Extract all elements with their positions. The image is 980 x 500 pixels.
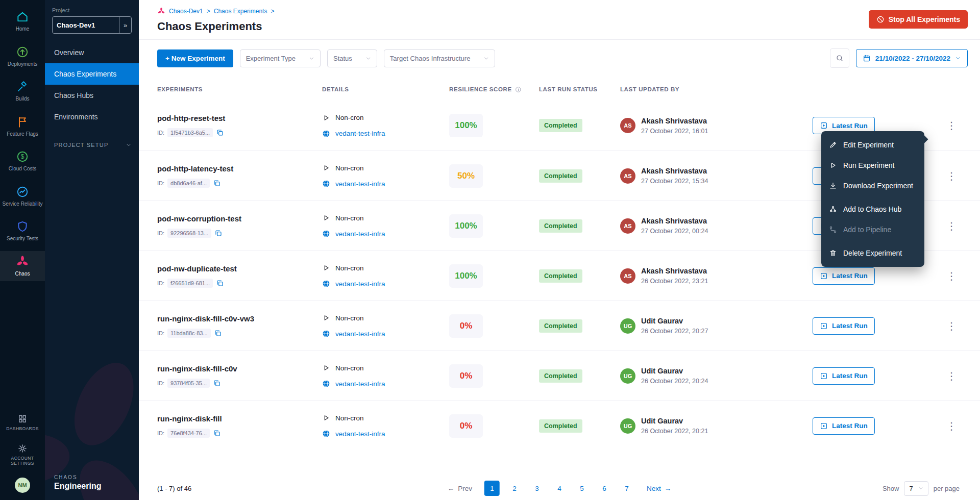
latest-run-label: Latest Run — [832, 122, 868, 130]
home-icon — [16, 10, 29, 23]
page-size-select[interactable]: 7 — [904, 481, 928, 496]
infrastructure-icon — [322, 280, 330, 288]
menu-item-label: Add to Pipeline — [843, 226, 891, 234]
info-icon[interactable] — [515, 86, 522, 93]
experiment-name[interactable]: pod-http-reset-test — [157, 114, 322, 122]
run-history-icon — [820, 322, 828, 330]
table-header: EXPERIMENTS DETAILS RESILIENCE SCORE LAS… — [139, 78, 980, 101]
prev-page-button[interactable]: ← Prev — [448, 485, 472, 492]
user-avatar[interactable]: NM — [15, 478, 30, 493]
filter-experiment-type[interactable]: Experiment Type — [240, 49, 321, 67]
project-setup-toggle[interactable]: PROJECT SETUP — [45, 142, 139, 148]
copy-icon[interactable] — [213, 179, 221, 187]
nav-dashboards[interactable]: DASHBOARDS — [0, 410, 45, 435]
copy-icon[interactable] — [214, 229, 223, 237]
sidebar-footer-small: CHAOS — [54, 474, 130, 480]
kebab-menu-icon[interactable]: ⋮ — [942, 419, 961, 433]
menu-item-download-experiment[interactable]: Download Experiment — [821, 176, 924, 196]
infrastructure-link[interactable]: vedant-test-infra — [335, 330, 385, 338]
latest-run-button[interactable]: Latest Run — [813, 417, 875, 435]
page-button-4[interactable]: 4 — [552, 481, 567, 496]
infrastructure-link[interactable]: vedant-test-infra — [335, 430, 385, 438]
copy-icon[interactable] — [216, 129, 224, 137]
page-button-1[interactable]: 1 — [484, 481, 500, 496]
nav-deployments[interactable]: Deployments — [0, 41, 45, 72]
breadcrumb-project[interactable]: Chaos-Dev1 — [169, 8, 203, 15]
nav-chaos[interactable]: Chaos — [0, 251, 45, 282]
kebab-menu-icon[interactable]: ⋮ — [942, 219, 961, 233]
resilience-score: 100% — [449, 264, 483, 288]
updated-by-date: 27 October 2022, 16:01 — [641, 128, 708, 135]
kebab-menu-icon[interactable]: ⋮ — [942, 269, 961, 283]
nav-builds[interactable]: Builds — [0, 76, 45, 107]
latest-run-button[interactable]: Latest Run — [813, 317, 875, 335]
id-label: ID: — [157, 430, 164, 436]
kebab-menu-icon[interactable]: ⋮ — [942, 169, 961, 183]
menu-item-delete-experiment[interactable]: Delete Experiment — [821, 243, 924, 263]
copy-icon[interactable] — [213, 429, 221, 437]
nav-security-tests[interactable]: Security Tests — [0, 216, 45, 246]
page-button-2[interactable]: 2 — [507, 481, 522, 496]
infrastructure-link[interactable]: vedant-test-infra — [335, 380, 385, 388]
new-experiment-button[interactable]: + New Experiment — [157, 49, 233, 67]
nav-account-settings[interactable]: ACCOUNT SETTINGS — [0, 440, 45, 469]
experiment-name[interactable]: pod-http-latency-test — [157, 164, 322, 173]
infrastructure-link[interactable]: vedant-test-infra — [335, 130, 385, 137]
page-button-7[interactable]: 7 — [619, 481, 634, 496]
search-button[interactable] — [830, 48, 849, 68]
latest-run-label: Latest Run — [832, 272, 868, 280]
copy-icon[interactable] — [216, 279, 224, 287]
run-history-icon — [820, 372, 828, 380]
kebab-menu-icon[interactable]: ⋮ — [942, 118, 961, 133]
page-button-6[interactable]: 6 — [597, 481, 612, 496]
menu-item-run-experiment[interactable]: Run Experiment — [821, 155, 924, 176]
date-range-button[interactable]: 21/10/2022 - 27/10/2022 — [856, 49, 968, 67]
filter-target-infrastructure[interactable]: Target Chaos Infrastructure — [384, 49, 496, 67]
experiment-name[interactable]: run-nginx-disk-fill — [157, 414, 322, 423]
cloud-costs-icon — [16, 150, 29, 163]
column-resilience-score: RESILIENCE SCORE — [449, 86, 539, 93]
schedule-type: Non-cron — [335, 114, 364, 121]
nav-home[interactable]: Home — [0, 6, 45, 37]
updated-by-name: Udit Gaurav — [641, 367, 708, 375]
play-icon — [322, 264, 330, 272]
filter-status[interactable]: Status — [327, 49, 377, 67]
infrastructure-link[interactable]: vedant-test-infra — [335, 280, 385, 288]
experiment-name[interactable]: pod-nw-corruption-test — [157, 214, 322, 223]
infrastructure-link[interactable]: vedant-test-infra — [335, 180, 385, 188]
sidebar-item-environments[interactable]: Environments — [45, 106, 139, 128]
page-button-5[interactable]: 5 — [574, 481, 590, 496]
page-button-3[interactable]: 3 — [529, 481, 545, 496]
sidebar-collapse-icon[interactable]: » — [119, 17, 131, 33]
sidebar-item-chaos-experiments[interactable]: Chaos Experiments — [45, 63, 139, 85]
stop-all-experiments-button[interactable]: Stop All Experiments — [869, 10, 968, 29]
kebab-menu-icon[interactable]: ⋮ — [942, 369, 961, 383]
updated-by-name: Udit Gaurav — [641, 317, 708, 325]
page-title: Chaos Experiments — [157, 20, 968, 33]
menu-item-edit-experiment[interactable]: Edit Experiment — [821, 135, 924, 155]
project-selector[interactable]: Chaos-Dev1 » — [52, 16, 132, 34]
menu-item-add-to-chaos-hub[interactable]: Add to Chaos Hub — [821, 199, 924, 219]
sidebar-item-chaos-hubs[interactable]: Chaos Hubs — [45, 85, 139, 106]
latest-run-button[interactable]: Latest Run — [813, 367, 875, 385]
edit-icon — [829, 141, 837, 149]
experiment-name[interactable]: pod-nw-duplicate-test — [157, 264, 322, 273]
copy-icon[interactable] — [214, 329, 222, 337]
nav-cloud-costs[interactable]: Cloud Costs — [0, 146, 45, 177]
experiment-name[interactable]: run-nginx-disk-fill-c0v-vw3 — [157, 314, 322, 323]
run-history-icon — [820, 422, 828, 430]
copy-icon[interactable] — [213, 379, 221, 387]
nav-feature-flags[interactable]: Feature Flags — [0, 111, 45, 142]
kebab-menu-icon[interactable]: ⋮ — [942, 319, 961, 333]
breadcrumb-chaos-experiments[interactable]: Chaos Experiments — [214, 8, 267, 15]
table-row: run-nginx-disk-fill ID: 76e8f434-76... N… — [139, 401, 980, 451]
next-arrow-icon: → — [665, 485, 672, 492]
latest-run-button[interactable]: Latest Run — [813, 267, 875, 285]
infrastructure-link[interactable]: vedant-test-infra — [335, 230, 385, 238]
experiment-name[interactable]: run-nginx-disk-fill-c0v — [157, 364, 322, 373]
nav-service-reliability[interactable]: Service Reliability — [0, 181, 45, 212]
sidebar-nav: Overview Chaos Experiments Chaos Hubs En… — [45, 42, 139, 128]
sidebar-item-overview[interactable]: Overview — [45, 42, 139, 63]
infrastructure-icon — [322, 180, 330, 188]
next-page-button[interactable]: Next → — [647, 485, 671, 492]
